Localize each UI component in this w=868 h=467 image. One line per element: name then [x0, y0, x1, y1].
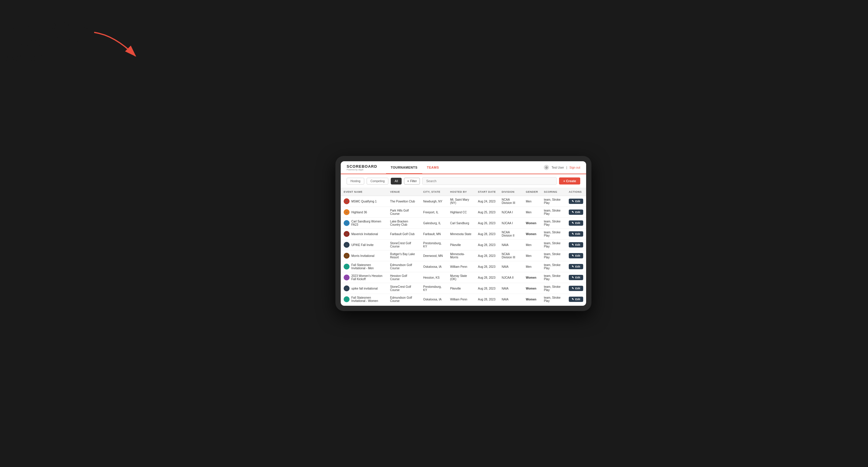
table-row: M Maverick Invitational Faribault Golf C…	[341, 229, 586, 240]
cell-actions: Edit	[566, 196, 586, 207]
nav-tabs: TOURNAMENTS TEAMS	[386, 161, 544, 174]
create-button[interactable]: + Create	[559, 178, 580, 185]
table-row: u upike fall invitational StoneCrest Gol…	[341, 283, 586, 294]
cell-venue: Cypress Hills Golf Club	[387, 305, 421, 306]
cell-start-date: Aug 26, 2023	[475, 218, 499, 229]
cell-gender: Women	[523, 218, 541, 229]
cell-event-name: u upike fall invitational	[341, 283, 387, 294]
cell-hosted-by: Murray State (OK)	[447, 272, 475, 283]
cell-event-name: 2 2023 Women's Hesston Fall Kickoff	[341, 272, 387, 283]
cell-hosted-by: Mt. Saint Mary (NY)	[447, 196, 475, 207]
cell-scoring: team, Stroke Play	[541, 207, 565, 218]
cell-actions: Edit	[566, 240, 586, 250]
cell-city-state: Oskaloosa, IA	[420, 261, 447, 272]
cell-division: NJCAA II	[499, 305, 523, 306]
cell-venue: Edmundson Golf Course	[387, 261, 421, 272]
cell-scoring: team, Stroke Play	[541, 283, 565, 294]
search-input[interactable]	[422, 177, 557, 185]
edit-button[interactable]: Edit	[569, 231, 583, 237]
edit-button[interactable]: Edit	[569, 199, 583, 204]
table-container: EVENT NAME VENUE CITY, STATE HOSTED BY S…	[341, 188, 586, 306]
cell-event-name: V VU PREVIEW	[341, 305, 387, 306]
table-row: M MSMC Qualifying 1 The Powelton Club Ne…	[341, 196, 586, 207]
cell-scoring: team, Stroke Play	[541, 196, 565, 207]
tablet-screen: SCOREBOARD Powered by clippit TOURNAMENT…	[341, 161, 586, 306]
cell-venue: Ruttger's Bay Lake Resort	[387, 250, 421, 261]
settings-icon[interactable]: ⚙	[544, 165, 549, 170]
cell-venue: Faribault Golf Club	[387, 229, 421, 240]
cell-scoring: team, Stroke Play	[541, 272, 565, 283]
table-row: F Fall Statesmen Invitational - Men Edmu…	[341, 261, 586, 272]
tablet-frame: SCOREBOARD Powered by clippit TOURNAMENT…	[335, 156, 591, 311]
cell-venue: The Powelton Club	[387, 196, 421, 207]
cell-actions: Edit	[566, 261, 586, 272]
cell-gender: Men	[523, 305, 541, 306]
col-hosted-by: HOSTED BY	[447, 188, 475, 196]
cell-scoring: team, Stroke Play	[541, 218, 565, 229]
col-event-name: EVENT NAME	[341, 188, 387, 196]
cell-actions: Edit	[566, 283, 586, 294]
cell-division: NAIA	[499, 294, 523, 305]
cell-scoring: team, Stroke Play	[541, 261, 565, 272]
col-scoring: SCORING	[541, 188, 565, 196]
team-logo: F	[344, 264, 349, 270]
hosting-filter-button[interactable]: Hosting	[347, 178, 364, 185]
header-right: ⚙ Test User | Sign out	[544, 165, 580, 170]
team-logo: F	[344, 296, 349, 302]
cell-scoring: team, Stroke Play	[541, 305, 565, 306]
cell-gender: Women	[523, 294, 541, 305]
cell-gender: Men	[523, 196, 541, 207]
edit-button[interactable]: Edit	[569, 210, 583, 215]
table-header: EVENT NAME VENUE CITY, STATE HOSTED BY S…	[341, 188, 586, 196]
tab-teams[interactable]: TEAMS	[422, 161, 444, 174]
all-filter-button[interactable]: All	[391, 178, 402, 185]
cell-gender: Men	[523, 240, 541, 250]
sign-out-link[interactable]: Sign out	[569, 166, 580, 169]
cell-hosted-by: Carl Sandburg	[447, 218, 475, 229]
arrow-indicator	[91, 29, 156, 66]
edit-button[interactable]: Edit	[569, 220, 583, 226]
cell-venue: Park Hills Golf Course	[387, 207, 421, 218]
edit-button[interactable]: Edit	[569, 242, 583, 247]
cell-scoring: team, Stroke Play	[541, 294, 565, 305]
toolbar: Hosting Competing All ≡ Filter + Create	[341, 174, 586, 188]
cell-city-state: Vincennes, IN	[420, 305, 447, 306]
team-logo: 2	[344, 275, 349, 280]
cell-start-date: Aug 28, 2023	[475, 250, 499, 261]
filter-button[interactable]: ≡ Filter	[404, 178, 420, 185]
cell-hosted-by: Minnesota-Morris	[447, 250, 475, 261]
team-logo: M	[344, 231, 349, 237]
cell-division: NAIA	[499, 240, 523, 250]
table-row: M Morris Invitational Ruttger's Bay Lake…	[341, 250, 586, 261]
team-logo: M	[344, 253, 349, 259]
table-body: M MSMC Qualifying 1 The Powelton Club Ne…	[341, 196, 586, 306]
cell-hosted-by: William Penn	[447, 261, 475, 272]
cell-event-name: M Morris Invitational	[341, 250, 387, 261]
edit-button[interactable]: Edit	[569, 264, 583, 269]
cell-event-name: C Carl Sandburg Women FA23	[341, 218, 387, 229]
cell-start-date: Aug 24, 2023	[475, 196, 499, 207]
competing-filter-button[interactable]: Competing	[367, 178, 389, 185]
filter-icon: ≡	[407, 180, 409, 183]
cell-hosted-by: Minnesota State	[447, 229, 475, 240]
cell-gender: Men	[523, 207, 541, 218]
cell-gender: Women	[523, 272, 541, 283]
user-name: Test User	[551, 166, 564, 169]
cell-division: NJCAA I	[499, 207, 523, 218]
table-row: H Highland 36 Park Hills Golf Course Fre…	[341, 207, 586, 218]
instruction-text: Click TEAMS at the top of the screen.	[6, 18, 100, 66]
edit-button[interactable]: Edit	[569, 275, 583, 280]
instruction-bold: TEAMS	[36, 19, 80, 32]
edit-button[interactable]: Edit	[569, 297, 583, 302]
cell-event-name: M MSMC Qualifying 1	[341, 196, 387, 207]
cell-event-name: U UPIKE Fall Invite	[341, 240, 387, 250]
instruction-prefix: Click	[6, 19, 36, 32]
cell-division: NAIA	[499, 261, 523, 272]
edit-button[interactable]: Edit	[569, 286, 583, 291]
edit-button[interactable]: Edit	[569, 253, 583, 258]
cell-event-name: M Maverick Invitational	[341, 229, 387, 240]
cell-city-state: Hesston, KS	[420, 272, 447, 283]
tab-tournaments[interactable]: TOURNAMENTS	[386, 161, 422, 174]
cell-actions: Edit	[566, 250, 586, 261]
cell-city-state: Deerwood, MN	[420, 250, 447, 261]
